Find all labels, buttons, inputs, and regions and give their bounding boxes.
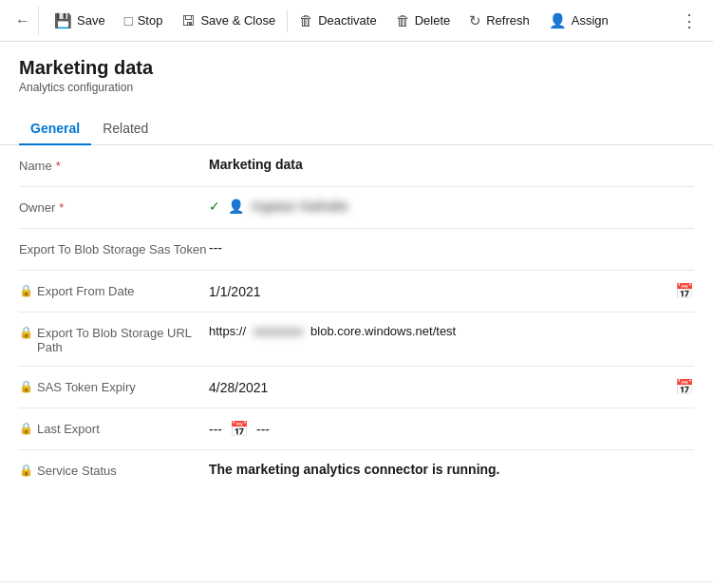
- export-to-blob-url-label: 🔒 Export To Blob Storage URL Path: [19, 324, 209, 354]
- export-blob-value: ---: [209, 240, 694, 256]
- export-from-date-label: 🔒 Export From Date: [19, 282, 209, 298]
- url-blurred-part: xxxxxxxx: [253, 324, 303, 338]
- more-button[interactable]: ⋮: [673, 5, 705, 37]
- save-icon: 💾: [54, 12, 72, 29]
- lock-icon-1: 🔒: [19, 284, 33, 297]
- more-icon: ⋮: [681, 10, 698, 31]
- calendar-icon-2[interactable]: 📅: [675, 378, 694, 396]
- owner-value: ✓ 👤 Ingatan Nathalie: [209, 199, 694, 214]
- back-icon: ←: [15, 12, 30, 29]
- delete-icon: 🗑: [396, 12, 410, 28]
- form-area: Name * Marketing data Owner * ✓ 👤 Ingata…: [0, 145, 713, 581]
- export-from-date-value: 1/1/2021 📅: [209, 282, 694, 300]
- page-subtitle: Analytics configuration: [19, 81, 694, 94]
- deactivate-icon: 🗑: [299, 12, 313, 28]
- lock-icon-2: 🔒: [19, 326, 33, 339]
- page-title: Marketing data: [19, 57, 694, 79]
- owner-name: Ingatan Nathalie: [252, 199, 348, 214]
- assign-button[interactable]: 👤 Assign: [539, 7, 618, 35]
- tab-related[interactable]: Related: [91, 113, 159, 145]
- export-blob-label: Export To Blob Storage Sas Token: [19, 240, 209, 256]
- last-export-row: 🔒 Last Export --- 📅 ---: [19, 408, 694, 450]
- back-button[interactable]: ←: [8, 7, 39, 35]
- stop-icon: □: [124, 12, 133, 28]
- stop-button[interactable]: □ Stop: [115, 7, 173, 34]
- save-close-button[interactable]: 🖫 Save & Close: [172, 7, 285, 34]
- owner-check-icon: ✓: [209, 199, 220, 214]
- service-status-row: 🔒 Service Status The marketing analytics…: [19, 450, 694, 492]
- footer: Learn how to setup blob storage export.: [0, 581, 713, 588]
- export-to-blob-url-value: https://xxxxxxxxblob.core.windows.net/te…: [209, 324, 694, 338]
- name-required: *: [56, 159, 61, 173]
- tab-general[interactable]: General: [19, 113, 91, 145]
- service-status-label: 🔒 Service Status: [19, 462, 209, 478]
- save-button[interactable]: 💾 Save: [45, 7, 115, 35]
- export-to-blob-url-row: 🔒 Export To Blob Storage URL Path https:…: [19, 313, 694, 367]
- owner-label: Owner *: [19, 199, 209, 215]
- owner-row: Owner * ✓ 👤 Ingatan Nathalie: [19, 187, 694, 229]
- separator: [287, 9, 288, 32]
- service-status-value: The marketing analytics connector is run…: [209, 462, 694, 477]
- delete-button[interactable]: 🗑 Delete: [386, 7, 460, 34]
- sas-token-value: 4/28/2021 📅: [209, 378, 694, 396]
- sas-token-row: 🔒 SAS Token Expiry 4/28/2021 📅: [19, 367, 694, 408]
- lock-icon-3: 🔒: [19, 380, 33, 393]
- refresh-icon: ↻: [469, 12, 481, 29]
- save-close-icon: 🖫: [181, 12, 196, 28]
- toolbar: ← 💾 Save □ Stop 🖫 Save & Close 🗑 Deactiv…: [0, 0, 713, 42]
- name-label: Name *: [19, 157, 209, 173]
- last-export-label: 🔒 Last Export: [19, 420, 209, 436]
- owner-person-icon: 👤: [228, 199, 244, 214]
- last-export-value: --- 📅 ---: [209, 420, 694, 438]
- deactivate-button[interactable]: 🗑 Deactivate: [290, 7, 385, 34]
- lock-icon-4: 🔒: [19, 422, 33, 435]
- assign-icon: 👤: [549, 12, 567, 29]
- page-header: Marketing data Analytics configuration: [0, 42, 713, 94]
- calendar-icon-3[interactable]: 📅: [230, 420, 249, 438]
- name-row: Name * Marketing data: [19, 145, 694, 187]
- refresh-button[interactable]: ↻ Refresh: [460, 7, 539, 35]
- calendar-icon-1[interactable]: 📅: [675, 282, 694, 300]
- name-value: Marketing data: [209, 157, 694, 172]
- export-from-date-row: 🔒 Export From Date 1/1/2021 📅: [19, 271, 694, 313]
- tabs: General Related: [0, 102, 713, 145]
- sas-token-label: 🔒 SAS Token Expiry: [19, 378, 209, 394]
- lock-icon-5: 🔒: [19, 464, 33, 477]
- export-blob-row: Export To Blob Storage Sas Token ---: [19, 229, 694, 271]
- owner-required: *: [59, 200, 64, 215]
- last-export-inner: --- 📅 ---: [209, 420, 694, 438]
